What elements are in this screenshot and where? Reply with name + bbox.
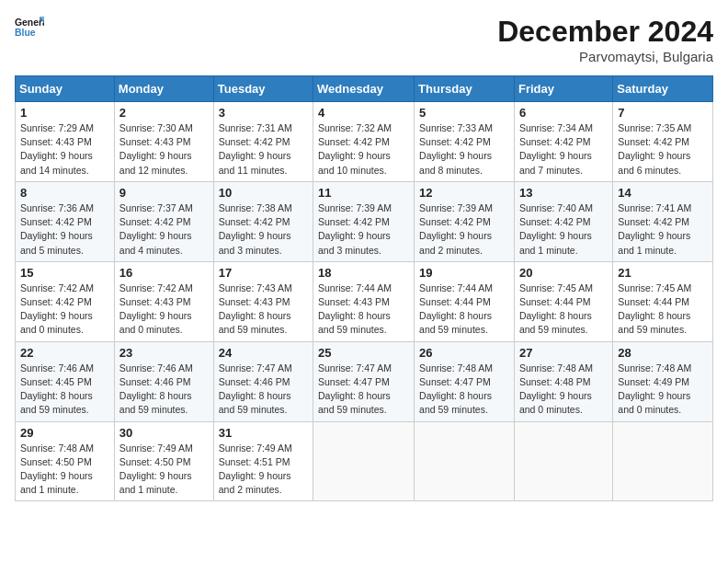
day-detail: Sunrise: 7:34 AMSunset: 4:42 PMDaylight:… bbox=[519, 121, 608, 178]
day-detail: Sunrise: 7:40 AMSunset: 4:42 PMDaylight:… bbox=[519, 201, 608, 258]
calendar-cell: 20Sunrise: 7:45 AMSunset: 4:44 PMDayligh… bbox=[514, 261, 612, 341]
calendar-cell: 27Sunrise: 7:48 AMSunset: 4:48 PMDayligh… bbox=[514, 341, 612, 421]
calendar-cell: 13Sunrise: 7:40 AMSunset: 4:42 PMDayligh… bbox=[514, 181, 612, 261]
calendar-cell: 17Sunrise: 7:43 AMSunset: 4:43 PMDayligh… bbox=[213, 261, 313, 341]
day-number: 16 bbox=[119, 266, 209, 280]
day-detail: Sunrise: 7:46 AMSunset: 4:45 PMDaylight:… bbox=[20, 362, 109, 418]
day-detail: Sunrise: 7:48 AMSunset: 4:47 PMDaylight:… bbox=[419, 362, 509, 418]
day-detail: Sunrise: 7:44 AMSunset: 4:44 PMDaylight:… bbox=[419, 282, 509, 338]
calendar-cell: 3Sunrise: 7:31 AMSunset: 4:42 PMDaylight… bbox=[213, 102, 313, 182]
day-number: 24 bbox=[219, 346, 308, 360]
day-detail: Sunrise: 7:49 AMSunset: 4:51 PMDaylight:… bbox=[219, 442, 308, 498]
day-detail: Sunrise: 7:39 AMSunset: 4:42 PMDaylight:… bbox=[318, 201, 409, 258]
day-detail: Sunrise: 7:45 AMSunset: 4:44 PMDaylight:… bbox=[618, 282, 708, 338]
day-detail: Sunrise: 7:36 AMSunset: 4:42 PMDaylight:… bbox=[20, 201, 109, 258]
day-number: 9 bbox=[119, 186, 209, 200]
day-detail: Sunrise: 7:41 AMSunset: 4:42 PMDaylight:… bbox=[618, 201, 708, 258]
day-number: 5 bbox=[419, 106, 509, 120]
day-detail: Sunrise: 7:47 AMSunset: 4:46 PMDaylight:… bbox=[219, 362, 308, 418]
week-row-1: 1Sunrise: 7:29 AMSunset: 4:43 PMDaylight… bbox=[16, 102, 713, 182]
day-detail: Sunrise: 7:32 AMSunset: 4:42 PMDaylight:… bbox=[318, 121, 409, 178]
calendar-cell: 2Sunrise: 7:30 AMSunset: 4:43 PMDaylight… bbox=[114, 102, 213, 182]
calendar-cell: 29Sunrise: 7:48 AMSunset: 4:50 PMDayligh… bbox=[16, 421, 115, 501]
calendar-cell: 21Sunrise: 7:45 AMSunset: 4:44 PMDayligh… bbox=[613, 261, 713, 341]
weekday-header-row: SundayMondayTuesdayWednesdayThursdayFrid… bbox=[16, 76, 713, 102]
day-number: 27 bbox=[519, 346, 608, 360]
calendar-cell: 31Sunrise: 7:49 AMSunset: 4:51 PMDayligh… bbox=[213, 421, 313, 501]
day-detail: Sunrise: 7:33 AMSunset: 4:42 PMDaylight:… bbox=[419, 121, 509, 178]
calendar-cell: 25Sunrise: 7:47 AMSunset: 4:47 PMDayligh… bbox=[313, 341, 415, 421]
day-number: 18 bbox=[318, 266, 409, 280]
calendar-cell: 23Sunrise: 7:46 AMSunset: 4:46 PMDayligh… bbox=[114, 341, 213, 421]
day-detail: Sunrise: 7:48 AMSunset: 4:49 PMDaylight:… bbox=[618, 362, 708, 418]
calendar-cell bbox=[313, 421, 415, 501]
calendar-cell: 11Sunrise: 7:39 AMSunset: 4:42 PMDayligh… bbox=[313, 181, 415, 261]
calendar-cell bbox=[613, 421, 713, 501]
week-row-3: 15Sunrise: 7:42 AMSunset: 4:42 PMDayligh… bbox=[16, 261, 713, 341]
weekday-header-tuesday: Tuesday bbox=[213, 76, 313, 102]
calendar-cell: 5Sunrise: 7:33 AMSunset: 4:42 PMDaylight… bbox=[415, 102, 515, 182]
title-section: December 2024 Parvomaytsi, Bulgaria bbox=[497, 15, 713, 64]
day-number: 22 bbox=[20, 346, 109, 360]
logo-icon: General Blue bbox=[15, 15, 44, 40]
week-row-2: 8Sunrise: 7:36 AMSunset: 4:42 PMDaylight… bbox=[16, 181, 713, 261]
day-number: 14 bbox=[618, 186, 708, 200]
day-number: 23 bbox=[119, 346, 209, 360]
day-number: 29 bbox=[20, 426, 109, 440]
calendar-cell: 19Sunrise: 7:44 AMSunset: 4:44 PMDayligh… bbox=[415, 261, 515, 341]
day-number: 4 bbox=[318, 106, 409, 120]
svg-text:Blue: Blue bbox=[15, 28, 36, 38]
weekday-header-monday: Monday bbox=[114, 76, 213, 102]
day-number: 30 bbox=[119, 426, 209, 440]
calendar-cell bbox=[415, 421, 515, 501]
day-detail: Sunrise: 7:42 AMSunset: 4:42 PMDaylight:… bbox=[20, 282, 109, 338]
day-number: 25 bbox=[318, 346, 409, 360]
day-detail: Sunrise: 7:31 AMSunset: 4:42 PMDaylight:… bbox=[219, 121, 308, 178]
calendar-table: SundayMondayTuesdayWednesdayThursdayFrid… bbox=[15, 75, 713, 501]
calendar-cell: 1Sunrise: 7:29 AMSunset: 4:43 PMDaylight… bbox=[16, 102, 115, 182]
calendar-cell: 10Sunrise: 7:38 AMSunset: 4:42 PMDayligh… bbox=[213, 181, 313, 261]
calendar-cell: 12Sunrise: 7:39 AMSunset: 4:42 PMDayligh… bbox=[415, 181, 515, 261]
logo: General Blue bbox=[15, 15, 44, 40]
month-title: December 2024 bbox=[497, 15, 713, 49]
day-detail: Sunrise: 7:48 AMSunset: 4:50 PMDaylight:… bbox=[20, 442, 109, 498]
day-number: 17 bbox=[219, 266, 308, 280]
day-number: 15 bbox=[20, 266, 109, 280]
day-detail: Sunrise: 7:30 AMSunset: 4:43 PMDaylight:… bbox=[119, 121, 209, 178]
day-detail: Sunrise: 7:43 AMSunset: 4:43 PMDaylight:… bbox=[219, 282, 308, 338]
calendar-cell: 28Sunrise: 7:48 AMSunset: 4:49 PMDayligh… bbox=[613, 341, 713, 421]
day-number: 21 bbox=[618, 266, 708, 280]
calendar-cell: 18Sunrise: 7:44 AMSunset: 4:43 PMDayligh… bbox=[313, 261, 415, 341]
day-number: 26 bbox=[419, 346, 509, 360]
day-number: 20 bbox=[519, 266, 608, 280]
day-number: 10 bbox=[219, 186, 308, 200]
day-detail: Sunrise: 7:37 AMSunset: 4:42 PMDaylight:… bbox=[119, 201, 209, 258]
day-number: 13 bbox=[519, 186, 608, 200]
day-number: 28 bbox=[618, 346, 708, 360]
day-detail: Sunrise: 7:46 AMSunset: 4:46 PMDaylight:… bbox=[119, 362, 209, 418]
day-number: 19 bbox=[419, 266, 509, 280]
day-detail: Sunrise: 7:42 AMSunset: 4:43 PMDaylight:… bbox=[119, 282, 209, 338]
day-detail: Sunrise: 7:48 AMSunset: 4:48 PMDaylight:… bbox=[519, 362, 608, 418]
weekday-header-thursday: Thursday bbox=[415, 76, 515, 102]
location: Parvomaytsi, Bulgaria bbox=[497, 49, 713, 64]
day-detail: Sunrise: 7:39 AMSunset: 4:42 PMDaylight:… bbox=[419, 201, 509, 258]
day-detail: Sunrise: 7:29 AMSunset: 4:43 PMDaylight:… bbox=[20, 121, 109, 178]
calendar-cell: 16Sunrise: 7:42 AMSunset: 4:43 PMDayligh… bbox=[114, 261, 213, 341]
calendar-cell: 7Sunrise: 7:35 AMSunset: 4:42 PMDaylight… bbox=[613, 102, 713, 182]
day-detail: Sunrise: 7:38 AMSunset: 4:42 PMDaylight:… bbox=[219, 201, 308, 258]
weekday-header-friday: Friday bbox=[514, 76, 612, 102]
week-row-5: 29Sunrise: 7:48 AMSunset: 4:50 PMDayligh… bbox=[16, 421, 713, 501]
day-detail: Sunrise: 7:44 AMSunset: 4:43 PMDaylight:… bbox=[318, 282, 409, 338]
day-number: 7 bbox=[618, 106, 708, 120]
day-number: 2 bbox=[119, 106, 209, 120]
day-number: 1 bbox=[20, 106, 109, 120]
day-number: 3 bbox=[219, 106, 308, 120]
calendar-cell: 4Sunrise: 7:32 AMSunset: 4:42 PMDaylight… bbox=[313, 102, 415, 182]
day-detail: Sunrise: 7:35 AMSunset: 4:42 PMDaylight:… bbox=[618, 121, 708, 178]
calendar-cell: 9Sunrise: 7:37 AMSunset: 4:42 PMDaylight… bbox=[114, 181, 213, 261]
page-header: General Blue December 2024 Parvomaytsi, … bbox=[15, 15, 713, 64]
calendar-cell: 14Sunrise: 7:41 AMSunset: 4:42 PMDayligh… bbox=[613, 181, 713, 261]
calendar-cell: 22Sunrise: 7:46 AMSunset: 4:45 PMDayligh… bbox=[16, 341, 115, 421]
calendar-cell: 24Sunrise: 7:47 AMSunset: 4:46 PMDayligh… bbox=[213, 341, 313, 421]
